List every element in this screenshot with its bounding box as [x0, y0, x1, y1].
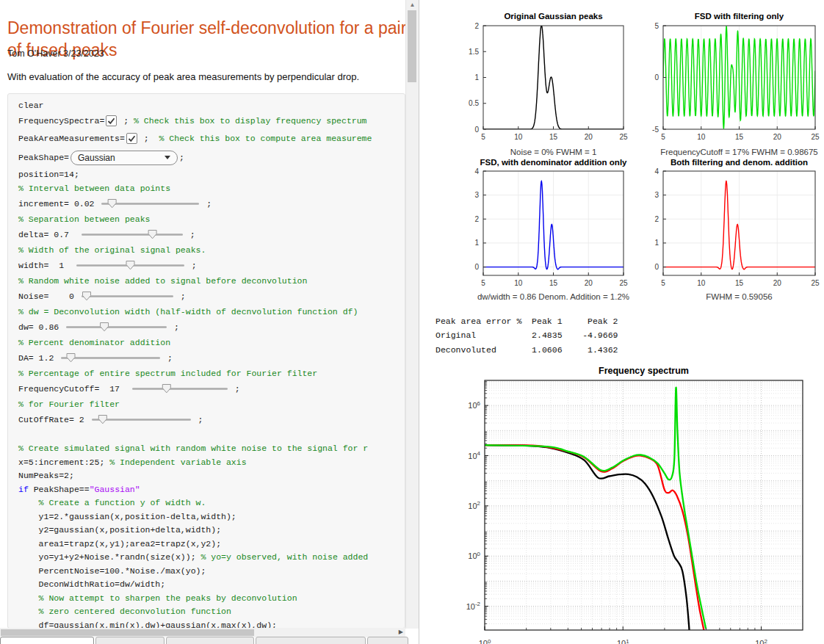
code-line[interactable]: delta= 0.7 ;	[18, 226, 405, 244]
figure-tab-4[interactable]	[256, 637, 366, 644]
code-line[interactable]: % dw = Deconvolution width (half-width o…	[18, 305, 405, 319]
code-text: y1=2.*gaussian(x,position-delta,width);	[18, 512, 236, 521]
code-line[interactable]: Noise= 0 ;	[18, 288, 405, 305]
svg-text:100: 100	[468, 551, 480, 561]
figure-tab-5[interactable]	[367, 637, 408, 644]
peak-table-row-original: Original 2.4835 -4.9669	[436, 328, 618, 342]
code-text: FrequencySpectra=	[18, 116, 104, 126]
bottom-tab-bar	[0, 637, 411, 644]
code-line[interactable]: % Create simulated signal with random wh…	[18, 442, 405, 456]
code-line[interactable]: CutOffRate= 2 ;	[18, 411, 405, 429]
svg-text:5: 5	[481, 279, 485, 287]
peak-area-measurements-checkbox[interactable]	[126, 133, 137, 144]
code-line[interactable]: increment= 0.02 ;	[18, 195, 405, 213]
code-comment: % Create simulated signal with random wh…	[18, 444, 368, 453]
code-line[interactable]: % for Fourier filter	[18, 397, 405, 411]
cutoff-rate-slider[interactable]	[92, 414, 191, 425]
code-text: DeconWidthRatio=dw/width;	[18, 579, 165, 589]
peak-table-row-deconvoluted: Deconvoluted 1.0606 1.4362	[436, 343, 618, 357]
code-line[interactable]: FrequencyCutoff= 17 ;	[18, 380, 405, 398]
code-line[interactable]: PercentNoise=100.*Noise./max(yo);	[18, 564, 405, 578]
code-line[interactable]: y2=gaussian(x,position+delta,width);	[18, 524, 405, 538]
svg-text:101: 101	[617, 638, 629, 644]
code-text	[18, 607, 39, 616]
code-line[interactable]: DA= 1.2 ;	[18, 350, 405, 367]
scroll-up-icon[interactable]: ▲	[406, 1, 419, 8]
code-text: ;	[185, 230, 195, 239]
svg-text:106: 106	[468, 400, 480, 410]
code-comment: % zero centered deconvolution function	[39, 607, 231, 616]
code-text: delta= 0.7	[18, 230, 79, 239]
figure-tab-3[interactable]	[166, 637, 254, 644]
description: With evaluation of the accuracy of peak …	[7, 71, 359, 82]
code-line[interactable]: x=5:increment:25; % Independent variable…	[18, 455, 405, 469]
noise-slider[interactable]	[82, 291, 173, 302]
code-text: area1=trapz(x,y1);area2=trapz(x,y2);	[18, 539, 221, 549]
code-editor[interactable]: clearFrequencySpectra= ; % Check this bo…	[7, 93, 405, 629]
code-line[interactable]: area1=trapz(x,y1);area2=trapz(x,y2);	[18, 537, 405, 551]
code-text: x=5:increment:25;	[18, 457, 109, 467]
code-line[interactable]: % Create a function y of width w.	[18, 496, 405, 510]
vertical-scrollbar[interactable]: ▲	[405, 0, 419, 629]
code-comment: % yo=y observed, with noise added	[200, 552, 368, 562]
vertical-scrollbar-thumb[interactable]	[408, 10, 416, 82]
code-text: increment= 0.02	[18, 199, 99, 209]
code-line[interactable]: % Interval between data points	[18, 181, 405, 195]
svg-text:4: 4	[654, 167, 659, 176]
svg-text:4: 4	[474, 167, 479, 176]
code-comment: % Independent variable axis	[109, 457, 246, 467]
figure-frequency-spectrum: 10010110210610410210010-2Frequency spect…	[421, 363, 824, 644]
width-slider[interactable]	[76, 260, 184, 271]
code-line[interactable]: % Width of the original signal peaks.	[18, 243, 405, 257]
code-comment: % Width of the original signal peaks.	[18, 245, 206, 255]
svg-text:25: 25	[619, 279, 628, 287]
svg-text:104: 104	[468, 450, 480, 460]
frequency-cutoff-slider[interactable]	[132, 383, 228, 394]
code-comment: % Check this box to compute area measure…	[159, 134, 372, 143]
code-line[interactable]: DeconWidthRatio=dw/width;	[18, 578, 405, 592]
code-line[interactable]: width= 1 ;	[18, 257, 405, 275]
code-text: ;	[139, 134, 159, 143]
increment-slider[interactable]	[101, 198, 199, 209]
svg-text:10: 10	[514, 279, 523, 287]
code-line[interactable]: % Random white noise added to signal bef…	[18, 274, 405, 288]
svg-text:5: 5	[481, 133, 485, 141]
code-line[interactable]: PeakAreaMeasurements= ; % Check this box…	[18, 130, 405, 148]
da-slider[interactable]	[61, 352, 160, 363]
code-text: PeakAreaMeasurements=	[18, 134, 125, 143]
code-line[interactable]: % Percent denominator addition	[18, 336, 405, 350]
code-line[interactable]: clear	[18, 98, 405, 112]
code-line[interactable]: % Now attempt to sharpen the peaks by de…	[18, 591, 405, 605]
code-line[interactable]: PeakShape=Gaussian;	[18, 148, 405, 168]
code-line[interactable]: df=gaussian(x,min(x),dw)+gaussian(x,max(…	[18, 618, 405, 629]
horizontal-scrollbar-thumb[interactable]	[1, 629, 254, 636]
scroll-right-icon[interactable]: ▶	[399, 629, 403, 635]
code-line[interactable]: % zero centered deconvolution function	[18, 605, 405, 619]
code-text: "Gaussian"	[90, 485, 140, 494]
code-line[interactable]: yo=y1+y2+Noise.*randn(size(x)); % yo=y o…	[18, 551, 405, 565]
delta-slider[interactable]	[82, 229, 183, 240]
figure-tab-2[interactable]	[95, 637, 165, 644]
code-comment: % Separation between peaks	[18, 214, 150, 224]
svg-text:5: 5	[661, 133, 665, 141]
code-text: DA= 1.2	[18, 353, 59, 363]
code-text: ;	[230, 384, 240, 394]
dw-slider[interactable]	[66, 322, 167, 333]
code-line[interactable]: position=14;	[18, 168, 405, 182]
code-line[interactable]: NumPeaks=2;	[18, 469, 405, 483]
code-line[interactable]: % Percentage of entire spectrum included…	[18, 366, 405, 380]
frequency-spectra-checkbox[interactable]	[106, 115, 117, 126]
code-line[interactable]: dw= 0.86 ;	[18, 319, 405, 336]
peak-shape-dropdown[interactable]: Gaussian	[71, 151, 178, 165]
code-line[interactable]: if PeakShape=="Gaussian"	[18, 482, 405, 496]
svg-text:15: 15	[735, 133, 744, 141]
figure-tab-1[interactable]	[0, 637, 94, 644]
code-line[interactable]: y1=2.*gaussian(x,position-delta,width);	[18, 510, 405, 524]
svg-text:0: 0	[474, 126, 479, 134]
code-line[interactable]: % Separation between peaks	[18, 212, 405, 226]
code-text	[18, 498, 39, 507]
svg-text:102: 102	[468, 500, 480, 510]
code-text: PeakShape==	[29, 485, 90, 494]
code-line[interactable]	[18, 428, 405, 442]
code-line[interactable]: FrequencySpectra= ; % Check this box to …	[18, 112, 405, 130]
